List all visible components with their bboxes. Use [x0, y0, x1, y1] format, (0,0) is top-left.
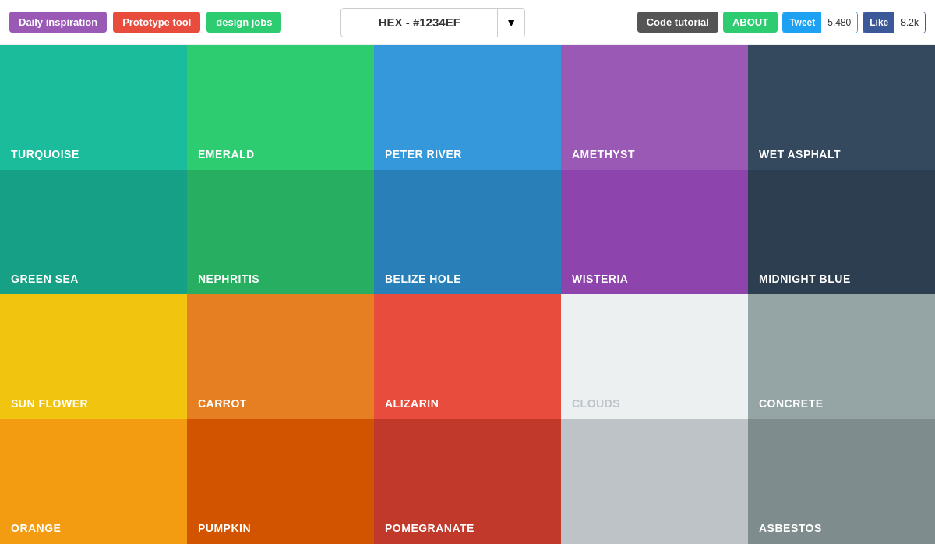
twitter-share-button[interactable]: Tweet 5,480: [782, 12, 858, 33]
hex-input[interactable]: [341, 16, 497, 29]
color-cell[interactable]: CLOUDS: [561, 294, 748, 419]
facebook-icon: Like: [863, 12, 894, 33]
color-name-label: PUMPKIN: [198, 522, 251, 534]
hex-container: ▼: [340, 8, 525, 37]
facebook-like-button[interactable]: Like 8.2k: [863, 12, 926, 33]
twitter-icon: Tweet: [783, 12, 821, 33]
color-name-label: EMERALD: [198, 148, 255, 160]
hex-dropdown-button[interactable]: ▼: [497, 9, 524, 37]
color-cell[interactable]: ASBESTOS: [748, 419, 935, 544]
color-name-label: WISTERIA: [572, 273, 628, 285]
color-cell[interactable]: EMERALD: [187, 45, 374, 170]
color-name-label: GREEN SEA: [11, 273, 79, 285]
color-cell[interactable]: CONCRETE: [748, 294, 935, 419]
color-cell[interactable]: CARROT: [187, 294, 374, 419]
color-cell[interactable]: ORANGE: [0, 419, 187, 544]
color-name-label: AMETHYST: [572, 148, 635, 160]
color-name-label: ALIZARIN: [385, 397, 439, 410]
color-cell[interactable]: ALIZARIN: [374, 294, 561, 419]
right-controls: Code tutorial ABOUT Tweet 5,480 Like 8.2…: [637, 12, 926, 33]
prototype-tool-button[interactable]: Prototype tool: [113, 12, 200, 33]
design-jobs-button[interactable]: design jobs: [206, 12, 281, 33]
color-name-label: BELIZE HOLE: [385, 273, 461, 285]
color-cell[interactable]: POMEGRANATE: [374, 419, 561, 544]
header: Daily inspiration Prototype tool design …: [0, 0, 935, 45]
color-cell[interactable]: NEPHRITIS: [187, 170, 374, 294]
code-tutorial-button[interactable]: Code tutorial: [637, 12, 718, 33]
color-cell[interactable]: PETER RIVER: [374, 45, 561, 170]
color-cell[interactable]: MIDNIGHT BLUE: [748, 170, 935, 294]
color-cell[interactable]: BELIZE HOLE: [374, 170, 561, 294]
color-name-label: WET ASPHALT: [759, 148, 841, 160]
color-name-label: MIDNIGHT BLUE: [759, 273, 851, 285]
about-button[interactable]: ABOUT: [723, 12, 778, 33]
color-name-label: SUN FLOWER: [11, 397, 88, 410]
daily-inspiration-button[interactable]: Daily inspiration: [9, 12, 107, 33]
color-cell[interactable]: PUMPKIN: [187, 419, 374, 544]
color-cell[interactable]: WET ASPHALT: [748, 45, 935, 170]
color-name-label: CARROT: [198, 397, 247, 410]
color-cell[interactable]: TURQUOISE: [0, 45, 187, 170]
tweet-count: 5,480: [821, 12, 857, 33]
color-name-label: ASBESTOS: [759, 522, 822, 534]
color-cell[interactable]: GREEN SEA: [0, 170, 187, 294]
color-name-label: PETER RIVER: [385, 148, 462, 160]
color-name-label: NEPHRITIS: [198, 273, 259, 285]
color-name-label: ORANGE: [11, 522, 61, 534]
color-cell[interactable]: AMETHYST: [561, 45, 748, 170]
color-name-label: TURQUOISE: [11, 148, 79, 160]
color-cell[interactable]: SILVER: [561, 419, 748, 544]
color-name-label: SILVER: [572, 522, 613, 534]
color-grid: TURQUOISEEMERALDPETER RIVERAMETHYSTWET A…: [0, 45, 935, 544]
color-cell[interactable]: WISTERIA: [561, 170, 748, 294]
color-name-label: CONCRETE: [759, 397, 824, 410]
color-name-label: POMEGRANATE: [385, 522, 475, 534]
color-name-label: CLOUDS: [572, 397, 620, 410]
color-cell[interactable]: SUN FLOWER: [0, 294, 187, 419]
facebook-count: 8.2k: [894, 12, 925, 33]
